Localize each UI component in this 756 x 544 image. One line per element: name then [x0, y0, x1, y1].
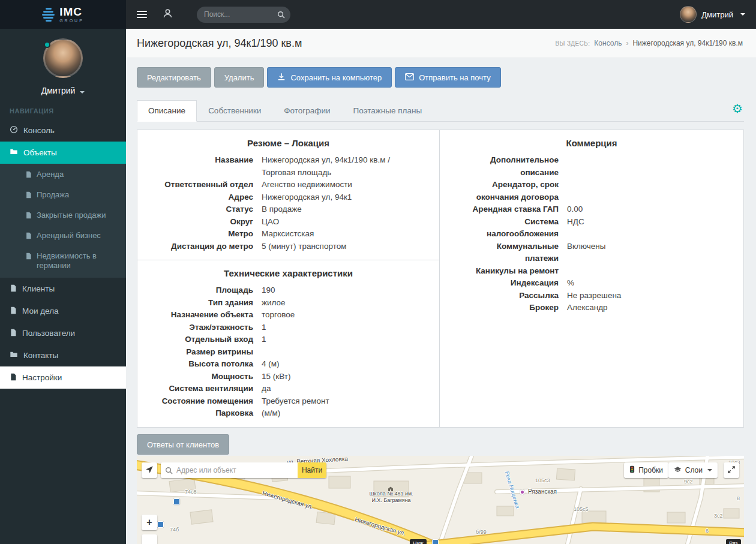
sidebar-item-rent-business[interactable]: Арендный бизнес — [0, 226, 126, 247]
sidebar-item-contacts[interactable]: Контакты — [0, 344, 126, 366]
nav-heading: НАВИГАЦИЯ — [0, 95, 126, 119]
edit-button[interactable]: Редактировать — [137, 67, 211, 88]
field-value: Нижегородская ул, 94к1 — [262, 191, 412, 204]
traffic-light-icon — [629, 465, 635, 475]
main-content: Нижегородская ул, 94к1/190 кв.м ВЫ ЗДЕСЬ… — [126, 29, 756, 544]
field-label: Брокер — [440, 302, 567, 314]
edit-button-label: Редактировать — [147, 73, 201, 82]
breadcrumb-separator: › — [626, 39, 628, 47]
info-row: Рассылка Не разрешена — [440, 290, 743, 302]
field-value: В продаже — [262, 203, 412, 216]
geolocation-button[interactable] — [142, 462, 157, 478]
delete-button[interactable]: Удалить — [214, 67, 265, 88]
avatar — [680, 6, 697, 23]
search-icon[interactable] — [277, 10, 285, 21]
info-row: Коммунальные платежи Включены — [440, 241, 743, 265]
info-row: Арендатор, срок окончания договора — [440, 179, 743, 203]
sidebar-item-console[interactable]: Консоль — [0, 119, 126, 142]
sidebar-item-label: Клиенты — [22, 284, 55, 293]
fullscreen-button[interactable] — [724, 462, 739, 478]
save-to-computer-button[interactable]: Сохранить на компьютер — [267, 67, 392, 88]
field-value: жилое — [262, 297, 439, 309]
traffic-button-label: Пробки — [638, 466, 663, 474]
tab-photos[interactable]: Фотографии — [272, 100, 341, 122]
info-row: Тип здания жилое — [137, 297, 439, 309]
sidebar-item-label: Мои дела — [22, 306, 59, 315]
content-body: Редактировать Удалить Сохранить на компь… — [126, 67, 756, 544]
section-summary-location: Резюме – Локация Название Нижегородская … — [137, 130, 440, 260]
app-logo[interactable]: IMC GROUP — [0, 0, 126, 29]
field-value: (м/м) — [262, 407, 439, 420]
sidebar-item-users[interactable]: Пользователи — [0, 322, 126, 344]
person-icon — [163, 8, 173, 20]
user-shortcut-button[interactable] — [163, 8, 173, 20]
layers-button[interactable]: Слои — [668, 462, 718, 478]
hamburger-icon — [137, 9, 147, 20]
info-row: Система налогообложения НДС — [440, 216, 743, 241]
sidebar-item-settings[interactable]: Настройки — [0, 366, 126, 389]
section-title: Технические характеристики — [137, 260, 439, 284]
gear-icon[interactable]: ⚙ — [732, 103, 743, 115]
field-label: Состояние помещения — [137, 395, 262, 408]
info-row: Размер витрины — [137, 346, 439, 359]
field-value: 15 (кВт) — [262, 371, 439, 383]
file-icon — [10, 306, 17, 316]
sidebar-item-closed-sales[interactable]: Закрытые продажи — [0, 206, 126, 226]
sidebar-item-germany[interactable]: Недвижимость в германии — [0, 247, 126, 275]
house-number: 3с2 — [714, 513, 723, 519]
sidebar-item-label: Пользователи — [22, 329, 75, 338]
field-value: Агенство недвижимости — [262, 179, 412, 191]
client-responses-label: Ответы от клиентов — [147, 440, 219, 449]
traffic-button[interactable]: Пробки — [624, 462, 668, 478]
info-row: Статус В продаже — [137, 203, 439, 216]
info-row: Этаж/этажность 1 — [137, 321, 439, 334]
zoom-in-button[interactable]: + — [142, 515, 157, 530]
client-responses-button[interactable]: Ответы от клиентов — [137, 434, 229, 455]
info-row: Название Нижегородская ул, 94к1/190 кв.м… — [137, 154, 439, 179]
house-number: 74с8 — [185, 489, 197, 495]
info-row: Метро Марксистская — [137, 228, 439, 241]
imc-logo-icon — [42, 8, 55, 22]
tab-description[interactable]: Описание — [137, 100, 197, 122]
sidebar-item-sale[interactable]: Продажа — [0, 185, 126, 206]
send-to-email-button[interactable]: Отправить на почту — [395, 67, 500, 88]
map-search-input[interactable] — [161, 462, 298, 478]
map-find-button[interactable]: Найти — [298, 462, 326, 478]
field-label: Арендатор, срок окончания договора — [440, 179, 567, 203]
sidebar-item-objects[interactable]: Объекты — [0, 142, 126, 164]
logo-main-text: IMC — [59, 6, 84, 17]
field-value: Александр — [567, 302, 743, 314]
breadcrumb-home-link[interactable]: Консоль — [594, 39, 622, 47]
save-button-label: Сохранить на компьютер — [290, 73, 382, 82]
info-row: Состояние помещения Требуется ремонт — [137, 395, 439, 408]
sidebar-user-menu[interactable]: Дмитрий — [0, 86, 126, 95]
send-button-label: Отправить на почту — [419, 73, 490, 82]
map-search: Найти — [161, 462, 326, 478]
field-value: НДС — [567, 216, 743, 241]
topbar: IMC GROUP Дмитрий — [0, 0, 756, 29]
field-label: Система вентиляции — [137, 383, 262, 395]
field-label: Площадь — [137, 284, 262, 297]
tab-floor-plans[interactable]: Поэтажные планы — [341, 100, 433, 122]
page-title: Нижегородская ул, 94к1/190 кв.м — [137, 37, 302, 50]
tabs-row: Описание Собственники Фотографии Поэтажн… — [137, 100, 744, 122]
sidebar-item-my-tasks[interactable]: Мои дела — [0, 300, 126, 322]
search-input[interactable] — [197, 7, 290, 23]
field-label: Каникулы на ремонт — [440, 265, 567, 278]
info-row: Брокер Александр — [440, 302, 743, 314]
field-label: Индексация — [440, 277, 567, 290]
user-menu[interactable]: Дмитрий — [680, 6, 745, 23]
map[interactable]: ул. Верхняя Хохловка Нижегородская ул. Н… — [137, 456, 744, 544]
section-tech-specs: Технические характеристики Площадь 190 Т… — [137, 260, 440, 428]
ruler-button[interactable] — [142, 534, 157, 544]
sidebar: Дмитрий НАВИГАЦИЯ Консоль Объекты Аренда… — [0, 29, 126, 544]
sidebar-item-clients[interactable]: Клиенты — [0, 278, 126, 300]
field-value: ЦАО — [262, 216, 412, 229]
sidebar-toggle-button[interactable] — [137, 9, 147, 20]
tab-owners[interactable]: Собственники — [197, 100, 272, 122]
folder-icon — [10, 350, 18, 360]
sidebar-nav: Консоль Объекты Аренда Продажа Закрытые … — [0, 119, 126, 389]
field-label: Дополнительное описание — [440, 154, 567, 179]
sidebar-item-rent[interactable]: Аренда — [0, 165, 126, 185]
metro-station-icon — [520, 489, 525, 495]
